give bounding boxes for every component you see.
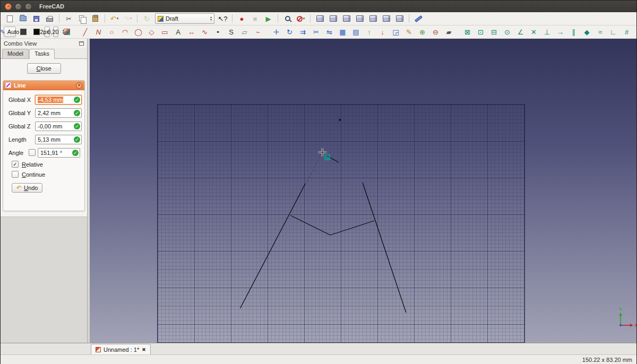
view-front[interactable] [327,13,339,24]
snap-working-plane[interactable]: ▦ [634,27,637,38]
snap-midpoint[interactable]: ⊟ [488,27,500,38]
scale-field[interactable]: 0,20▴▾ [53,27,58,37]
relative-checkbox[interactable]: ✓ [12,161,19,168]
line-task-close-icon[interactable]: ✕ [76,82,82,89]
window-close-button[interactable]: × [5,3,12,10]
draft-array[interactable]: ▦ [337,27,349,38]
apply-style[interactable] [61,27,73,38]
angle-input[interactable]: 151,91 ° ✓ [38,148,80,158]
view-left[interactable] [393,13,406,24]
toolbar-separator [278,14,278,23]
undo-button[interactable]: ↶ Undo [12,183,42,193]
draft-point[interactable]: • [212,27,224,38]
draft-bspline[interactable]: ∿ [199,27,211,38]
snap-angle[interactable]: ∠ [514,27,527,38]
draft-dimension[interactable]: ↔ [185,27,197,38]
window-maximize-button[interactable]: + [25,3,32,10]
document-tab-close-icon[interactable]: ✖ [142,347,146,352]
dock-float-icon[interactable] [79,41,84,46]
draft-scale[interactable]: ◲ [390,27,402,38]
global-x-input[interactable]: -4,53 mm ✓ [35,95,82,105]
view-isometric[interactable] [314,13,326,24]
continue-checkbox[interactable] [12,171,19,178]
draft-delete-point[interactable]: ⊖ [429,27,442,38]
length-input[interactable]: 5,13 mm ✓ [35,135,82,144]
combo-view-panel: Combo View Model Tasks Close Line ✕ [1,39,88,343]
snap-ortho[interactable]: ∟ [607,27,619,38]
freecad-window: × – + FreeCAD ✂↶▾↷▾↻Draft▴▾↖?●■▶▾ ✎Auto2… [0,0,637,364]
snap-perpendicular[interactable]: ⊥ [541,27,553,38]
3d-viewport[interactable]: XY [90,39,636,343]
draft-arc[interactable]: ◠ [119,27,131,38]
global-y-input[interactable]: 2,42 mm ✓ [35,108,82,118]
whats-this[interactable]: ↖? [217,13,229,24]
refresh[interactable]: ↻ [141,13,153,24]
draw-style[interactable]: ▾ [295,13,307,24]
macro-execute[interactable]: ▶ [262,13,274,24]
copy[interactable] [76,13,88,24]
tasks-panel: Close Line ✕ Global X -4,53 mm ✓ [1,59,87,343]
draft-polygon[interactable]: ◇ [145,27,158,38]
workbench-selector[interactable]: Draft▴▾ [155,13,214,24]
snap-parallel[interactable]: ∥ [567,27,580,38]
draft-auto-plane-button[interactable]: ✎Auto [4,27,16,37]
snap-near[interactable]: ≈ [594,27,606,38]
measure-distance[interactable] [412,13,425,24]
line-color-swatch[interactable] [17,27,29,38]
draft-bezier[interactable]: ~ [252,27,264,38]
snap-center[interactable]: ⊙ [501,27,513,38]
snap-lock[interactable]: ⊠ [461,27,474,38]
open-file[interactable] [17,13,29,24]
draft-edit[interactable]: ✎ [403,27,415,38]
macro-stop[interactable]: ■ [249,13,261,24]
draft-offset[interactable]: ⇉ [297,27,309,38]
global-z-input[interactable]: -0,00 mm ✓ [35,122,82,131]
macro-record[interactable]: ● [236,13,248,24]
snap-intersection[interactable]: ✕ [528,27,540,38]
view-rear[interactable] [367,13,379,24]
undo[interactable]: ↶▾ [108,13,120,24]
cut[interactable]: ✂ [63,13,75,24]
save-file[interactable] [30,13,42,24]
fit-all[interactable] [281,13,294,24]
global-z-row: Global Z -0,00 mm ✓ [3,119,84,133]
draft-shapestring[interactable]: S [225,27,237,38]
draft-trimex[interactable]: ✂ [310,27,322,38]
angle-lock-checkbox[interactable] [29,149,36,156]
continue-label: Continue [22,171,45,178]
task-close-button[interactable]: Close [27,63,61,74]
draft-circle[interactable]: ○ [106,27,118,38]
draft-rotate[interactable]: ↻ [283,27,296,38]
draft-upgrade[interactable]: ↑ [363,27,375,38]
view-top[interactable] [340,13,352,24]
draft-rectangle[interactable]: ▭ [159,27,171,38]
snap-special[interactable]: ◆ [581,27,593,38]
snap-endpoint[interactable]: ⊡ [475,27,487,38]
draft-shape2dview[interactable]: ▰ [443,27,455,38]
paste[interactable] [89,13,101,24]
draft-clone[interactable]: ▤ [350,27,362,38]
print[interactable] [44,13,56,24]
new-file[interactable] [4,13,16,24]
checkbox-check-icon: ✓ [13,161,17,167]
draft-text[interactable]: A [172,27,184,38]
draft-line[interactable]: ╱ [79,27,91,38]
view-bottom[interactable] [380,13,392,24]
draft-downgrade[interactable]: ↓ [376,27,389,38]
tab-tasks[interactable]: Tasks [29,49,55,59]
snap-grid[interactable]: # [621,27,633,38]
redo[interactable]: ↷▾ [122,13,134,24]
draft-wire[interactable]: N [92,27,105,38]
draft-move[interactable]: ✛ [270,27,282,38]
line-task-body: Global X -4,53 mm ✓ Global Y 2,42 mm ✓ [3,90,84,211]
draft-ellipse[interactable]: ◯ [132,27,144,38]
document-tab[interactable]: Unnamed : 1* ✖ [91,344,151,354]
tab-model[interactable]: Model [2,49,29,58]
window-minimize-button[interactable]: – [15,3,22,10]
view-right[interactable] [354,13,366,24]
draft-facebinder[interactable]: ▱ [238,27,251,38]
snap-extension[interactable]: → [554,27,566,38]
draft-mirror[interactable]: ⇋ [323,27,335,38]
draft-add-point[interactable]: ⊕ [416,27,428,38]
global-y-row: Global Y 2,42 mm ✓ [3,106,84,119]
